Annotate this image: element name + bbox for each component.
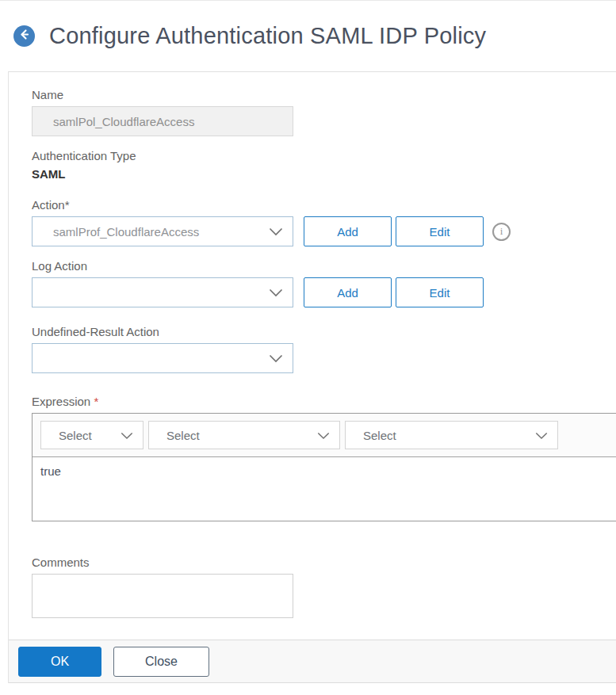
- log-action-label: Log Action: [32, 259, 616, 273]
- ok-button[interactable]: OK: [18, 647, 101, 677]
- expression-select-2[interactable]: Select: [148, 421, 340, 449]
- page-header: Configure Authentication SAML IDP Policy: [0, 1, 616, 71]
- close-button[interactable]: Close: [113, 647, 209, 677]
- log-action-dropdown[interactable]: [32, 277, 293, 307]
- expression-textarea[interactable]: true: [33, 457, 616, 517]
- chevron-down-icon: [269, 286, 283, 300]
- required-asterisk: *: [94, 395, 98, 408]
- undefined-result-action-dropdown[interactable]: [32, 343, 293, 373]
- expression-select-3[interactable]: Select: [345, 421, 558, 449]
- action-add-button[interactable]: Add: [304, 216, 392, 246]
- comments-label: Comments: [32, 556, 616, 569]
- log-action-edit-button[interactable]: Edit: [396, 277, 484, 307]
- page-title: Configure Authentication SAML IDP Policy: [49, 23, 486, 49]
- chevron-down-icon: [269, 352, 283, 365]
- action-dropdown-value: samlProf_CloudflareAccess: [53, 225, 199, 239]
- authentication-type-label: Authentication Type: [32, 149, 616, 162]
- comments-textarea[interactable]: [32, 574, 293, 618]
- form-footer: OK Close: [9, 640, 616, 683]
- expression-select-1[interactable]: Select: [40, 421, 143, 449]
- name-label: Name: [32, 88, 616, 101]
- log-action-add-button[interactable]: Add: [304, 277, 392, 307]
- expression-toolbar: Select Select Select: [33, 414, 616, 457]
- chevron-down-icon: [317, 429, 330, 442]
- arrow-left-icon: [18, 29, 30, 44]
- form-body: Name Authentication Type SAML Action* sa…: [9, 72, 616, 618]
- action-dropdown[interactable]: samlProf_CloudflareAccess: [32, 216, 293, 246]
- expression-editor: Select Select Select: [32, 413, 616, 521]
- undefined-result-action-label: Undefined-Result Action: [32, 325, 616, 338]
- authentication-type-value: SAML: [32, 167, 616, 181]
- expression-label: Expression *: [32, 395, 616, 408]
- chevron-down-icon: [535, 429, 548, 442]
- back-button[interactable]: [13, 25, 35, 47]
- chevron-down-icon: [121, 429, 133, 442]
- action-edit-button[interactable]: Edit: [396, 216, 484, 246]
- form-panel: Name Authentication Type SAML Action* sa…: [8, 71, 616, 683]
- info-icon[interactable]: i: [492, 223, 511, 241]
- chevron-down-icon: [269, 225, 283, 239]
- action-label: Action*: [32, 198, 616, 212]
- name-input: [32, 106, 293, 136]
